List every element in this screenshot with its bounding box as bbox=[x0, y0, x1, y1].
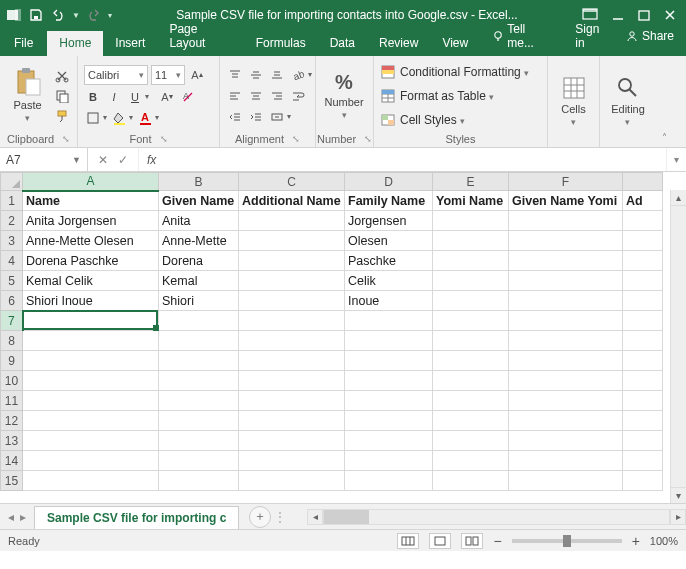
merge-center-icon[interactable] bbox=[268, 108, 286, 126]
cell-Ad1[interactable]: Ad bbox=[623, 191, 663, 211]
scroll-right-icon[interactable]: ▸ bbox=[670, 509, 686, 525]
save-icon[interactable] bbox=[28, 7, 44, 23]
orientation-dropdown-icon[interactable]: ▾ bbox=[308, 70, 312, 79]
cell-C2[interactable] bbox=[239, 211, 345, 231]
cell-C8[interactable] bbox=[239, 331, 345, 351]
cell-B14[interactable] bbox=[159, 451, 239, 471]
tab-file[interactable]: File bbox=[0, 31, 47, 56]
clipboard-launcher-icon[interactable]: ⤡ bbox=[62, 134, 70, 144]
cell-F11[interactable] bbox=[509, 391, 623, 411]
decrease-font-icon[interactable]: A▾ bbox=[158, 88, 176, 106]
cell-B5[interactable]: Kemal bbox=[159, 271, 239, 291]
cell-Ad5[interactable] bbox=[623, 271, 663, 291]
cell-E10[interactable] bbox=[433, 371, 509, 391]
number-format-button[interactable]: % Number▾ bbox=[322, 60, 366, 131]
increase-indent-icon[interactable] bbox=[247, 108, 265, 126]
cell-C9[interactable] bbox=[239, 351, 345, 371]
fill-color-icon[interactable] bbox=[110, 109, 128, 127]
cell-A13[interactable] bbox=[23, 431, 159, 451]
cell-D14[interactable] bbox=[345, 451, 433, 471]
scroll-left-icon[interactable]: ◂ bbox=[307, 509, 323, 525]
cell-B4[interactable]: Dorena bbox=[159, 251, 239, 271]
cell-D15[interactable] bbox=[345, 471, 433, 491]
cell-C13[interactable] bbox=[239, 431, 345, 451]
zoom-level[interactable]: 100% bbox=[650, 535, 678, 547]
cell-F12[interactable] bbox=[509, 411, 623, 431]
cell-D3[interactable]: Olesen bbox=[345, 231, 433, 251]
underline-dropdown-icon[interactable]: ▾ bbox=[145, 92, 149, 101]
bold-button[interactable]: B bbox=[84, 88, 102, 106]
row-header-1[interactable]: 1 bbox=[1, 191, 23, 211]
cell-E3[interactable] bbox=[433, 231, 509, 251]
collapse-ribbon-icon[interactable]: ˄ bbox=[656, 56, 672, 147]
cell-F10[interactable] bbox=[509, 371, 623, 391]
tab-page-layout[interactable]: Page Layout bbox=[157, 17, 243, 56]
new-sheet-button[interactable]: ＋ bbox=[249, 506, 271, 528]
normal-view-icon[interactable] bbox=[397, 533, 419, 549]
format-as-table-button[interactable]: Format as Table ▾ bbox=[380, 86, 541, 106]
cell-Ad8[interactable] bbox=[623, 331, 663, 351]
col-header-F[interactable]: F bbox=[509, 173, 623, 191]
cell-C1[interactable]: Additional Name bbox=[239, 191, 345, 211]
merge-dropdown-icon[interactable]: ▾ bbox=[287, 112, 291, 121]
cells-button[interactable]: Cells▾ bbox=[554, 60, 593, 143]
col-header-E[interactable]: E bbox=[433, 173, 509, 191]
cell-D11[interactable] bbox=[345, 391, 433, 411]
zoom-in-icon[interactable]: + bbox=[632, 533, 640, 549]
cell-A5[interactable]: Kemal Celik bbox=[23, 271, 159, 291]
col-header-A[interactable]: A bbox=[23, 173, 159, 191]
cell-Ad7[interactable] bbox=[623, 311, 663, 331]
cell-C6[interactable] bbox=[239, 291, 345, 311]
cell-Ad10[interactable] bbox=[623, 371, 663, 391]
cell-E15[interactable] bbox=[433, 471, 509, 491]
sheet-tab-active[interactable]: Sample CSV file for importing c bbox=[34, 506, 239, 529]
font-size-select[interactable]: 11▾ bbox=[151, 65, 185, 85]
number-launcher-icon[interactable]: ⤡ bbox=[364, 134, 372, 144]
cell-Ad15[interactable] bbox=[623, 471, 663, 491]
cell-D13[interactable] bbox=[345, 431, 433, 451]
cell-Ad9[interactable] bbox=[623, 351, 663, 371]
wrap-text-icon[interactable] bbox=[289, 87, 307, 105]
align-middle-icon[interactable] bbox=[247, 66, 265, 84]
undo-dropdown-icon[interactable]: ▼ bbox=[72, 11, 80, 20]
row-header-4[interactable]: 4 bbox=[1, 251, 23, 271]
row-header-2[interactable]: 2 bbox=[1, 211, 23, 231]
cell-E7[interactable] bbox=[433, 311, 509, 331]
row-header-9[interactable]: 9 bbox=[1, 351, 23, 371]
row-header-12[interactable]: 12 bbox=[1, 411, 23, 431]
font-color-dropdown-icon[interactable]: ▾ bbox=[155, 113, 159, 122]
cell-B2[interactable]: Anita bbox=[159, 211, 239, 231]
font-launcher-icon[interactable]: ⤡ bbox=[160, 134, 168, 144]
cell-B13[interactable] bbox=[159, 431, 239, 451]
cell-Ad6[interactable] bbox=[623, 291, 663, 311]
undo-icon[interactable] bbox=[50, 7, 66, 23]
cell-E2[interactable] bbox=[433, 211, 509, 231]
align-center-icon[interactable] bbox=[247, 87, 265, 105]
tab-review[interactable]: Review bbox=[367, 31, 430, 56]
cell-F5[interactable] bbox=[509, 271, 623, 291]
cell-Ad11[interactable] bbox=[623, 391, 663, 411]
zoom-slider[interactable] bbox=[512, 539, 622, 543]
cell-A12[interactable] bbox=[23, 411, 159, 431]
cell-D1[interactable]: Family Name bbox=[345, 191, 433, 211]
cell-C4[interactable] bbox=[239, 251, 345, 271]
row-header-5[interactable]: 5 bbox=[1, 271, 23, 291]
cell-D8[interactable] bbox=[345, 331, 433, 351]
cell-Ad13[interactable] bbox=[623, 431, 663, 451]
cell-A1[interactable]: Name bbox=[23, 191, 159, 211]
scroll-up-icon[interactable]: ▴ bbox=[671, 190, 686, 206]
tab-data[interactable]: Data bbox=[318, 31, 367, 56]
paste-button[interactable]: Paste▾ bbox=[6, 60, 49, 131]
cell-A8[interactable] bbox=[23, 331, 159, 351]
cell-E14[interactable] bbox=[433, 451, 509, 471]
cell-F3[interactable] bbox=[509, 231, 623, 251]
italic-button[interactable]: I bbox=[105, 88, 123, 106]
cell-D4[interactable]: Paschke bbox=[345, 251, 433, 271]
select-all-corner[interactable] bbox=[1, 173, 23, 191]
fx-button[interactable]: fx bbox=[139, 148, 164, 171]
cell-B12[interactable] bbox=[159, 411, 239, 431]
editing-button[interactable]: Editing▾ bbox=[606, 60, 650, 143]
cell-C5[interactable] bbox=[239, 271, 345, 291]
orientation-icon[interactable]: ab bbox=[289, 66, 307, 84]
cell-Ad4[interactable] bbox=[623, 251, 663, 271]
